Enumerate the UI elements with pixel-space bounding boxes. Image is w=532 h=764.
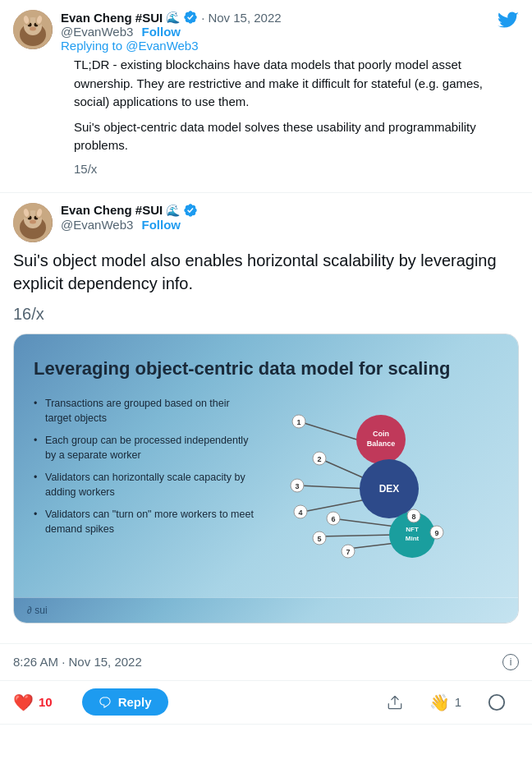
svg-text:6: 6	[331, 515, 335, 523]
slide-title: Leveraging object-centric data model for…	[34, 357, 498, 381]
bullet-2: Each group can be processed independentl…	[34, 434, 258, 463]
reply-button[interactable]: Reply	[82, 688, 168, 716]
svg-text:Mint: Mint	[406, 535, 420, 542]
comment-action[interactable]	[488, 685, 519, 720]
like-action[interactable]: ❤️ 10	[13, 684, 66, 720]
reply-label: Reply	[118, 695, 152, 709]
user-info-1: Evan Cheng #SUI 🌊 · Nov 15, 2022 @EvanWe…	[61, 10, 519, 53]
verified-icon-1	[183, 10, 198, 25]
slide-footer: ∂ sui	[14, 597, 518, 623]
avatar-2	[13, 203, 53, 242]
slide-card[interactable]: Leveraging object-centric data model for…	[13, 334, 519, 624]
sui-icon-2: 🌊	[166, 204, 180, 217]
info-icon[interactable]: i	[502, 654, 519, 670]
tweet-metadata: 8:26 AM · Nov 15, 2022 i	[0, 643, 532, 681]
main-tweet-counter: 16/x	[13, 305, 519, 324]
verified-icon-2	[183, 203, 198, 218]
tweet-text-1b: Sui's object-centric data model solves t…	[74, 118, 506, 155]
svg-text:2: 2	[317, 455, 321, 463]
tweet-counter-1: 15/x	[74, 162, 506, 176]
replying-to-1: Replying to @EvanWeb3	[61, 39, 519, 53]
wave-icon: 👋	[429, 693, 450, 712]
svg-line-25	[332, 518, 396, 527]
sui-logo: ∂ sui	[27, 605, 48, 616]
slide-content: Transactions are grouped based on their …	[34, 397, 498, 578]
display-name-2: Evan Cheng #SUI	[61, 203, 163, 217]
svg-point-57	[489, 694, 504, 709]
reply-tweet: Evan Cheng #SUI 🌊 · Nov 15, 2022 @EvanWe…	[0, 0, 532, 193]
timestamp-1: Nov 15, 2022	[208, 11, 281, 25]
main-tweet-text: Sui's object model also enables horizont…	[13, 249, 519, 295]
svg-point-15	[30, 219, 36, 223]
heart-icon: ❤️	[13, 693, 34, 712]
bullet-4: Validators can "turn on" more workers to…	[34, 508, 258, 536]
svg-text:8: 8	[411, 513, 415, 521]
username-2: @EvanWeb3	[61, 218, 133, 232]
share-icon	[387, 694, 403, 711]
avatar-1	[13, 10, 53, 49]
svg-text:5: 5	[317, 535, 321, 543]
slide-image: Leveraging object-centric data model for…	[14, 334, 518, 597]
username-1: @EvanWeb3	[61, 25, 133, 39]
main-tweet: Evan Cheng #SUI 🌊 @EvanWeb3 Follow Sui's…	[0, 193, 532, 643]
twitter-bird-icon-1	[498, 10, 519, 30]
tweet-body-1: TL;DR - existing blockchains have data m…	[13, 56, 519, 186]
svg-text:NFT: NFT	[406, 526, 419, 533]
slide-bullets: Transactions are grouped based on their …	[34, 397, 258, 545]
like-count: 10	[39, 695, 53, 709]
svg-point-5	[30, 27, 36, 31]
comment-icon	[488, 693, 506, 711]
main-tweet-body: Sui's object model also enables horizont…	[13, 249, 519, 624]
bullet-3: Validators can horizontally scale capaci…	[34, 471, 258, 499]
svg-text:Coin: Coin	[373, 430, 389, 438]
bullet-1: Transactions are grouped based on their …	[34, 397, 258, 426]
svg-line-26	[348, 543, 396, 549]
svg-line-23	[303, 499, 366, 512]
follow-button-1[interactable]: Follow	[142, 25, 181, 39]
svg-line-22	[299, 486, 369, 489]
replying-to-user-1[interactable]: @EvanWeb3	[126, 39, 198, 53]
svg-text:4: 4	[298, 509, 302, 517]
svg-text:Balance: Balance	[367, 440, 396, 448]
follow-button-2[interactable]: Follow	[142, 218, 181, 232]
svg-text:3: 3	[295, 482, 299, 490]
reply-icon	[99, 696, 112, 709]
wave-action[interactable]: 👋 1	[429, 684, 475, 720]
dot-1: ·	[201, 11, 204, 25]
tweet-actions: ❤️ 10 Reply 👋 1	[0, 681, 532, 724]
svg-text:DEX: DEX	[379, 483, 400, 495]
meta-timestamp: 8:26 AM · Nov 15, 2022	[13, 655, 142, 669]
svg-text:7: 7	[346, 548, 350, 556]
svg-line-24	[319, 535, 393, 536]
user-info-2: Evan Cheng #SUI 🌊 @EvanWeb3 Follow	[61, 203, 519, 232]
tweet-text-1a: TL;DR - existing blockchains have data m…	[74, 56, 506, 112]
svg-line-20	[299, 421, 365, 442]
display-name-1: Evan Cheng #SUI	[61, 11, 163, 25]
slide-diagram: Coin Balance DEX NFT Mint	[274, 397, 498, 578]
sui-icon-1: 🌊	[166, 11, 180, 24]
wave-count: 1	[455, 695, 461, 709]
svg-text:1: 1	[296, 418, 300, 426]
share-action[interactable]	[387, 686, 416, 719]
svg-text:9: 9	[434, 529, 438, 537]
